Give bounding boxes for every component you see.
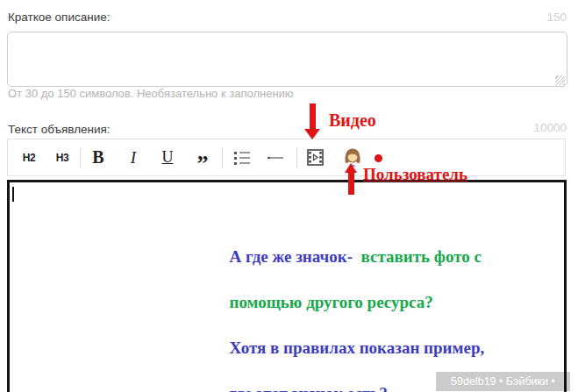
short-description-label: Краткое описание:: [8, 11, 110, 24]
horizontal-rule-icon: [268, 157, 283, 159]
ad-text-editor[interactable]: А где же значок- вставить фото с помощью…: [7, 180, 567, 392]
bullet-list-icon: [234, 151, 250, 165]
formatting-toolbar: H2 H3 B I U ”: [7, 139, 566, 176]
video-annotation-label: Видео: [329, 110, 376, 131]
heading2-button[interactable]: H2: [17, 139, 41, 175]
ad-text-label: Текст объявления:: [8, 123, 111, 136]
editor-text-block: А где же значок- вставить фото с помощью…: [204, 223, 503, 392]
short-description-input[interactable]: [7, 32, 567, 87]
editor-text-line: А где же значок-: [230, 247, 353, 266]
short-description-counter: 150: [546, 11, 567, 24]
ad-text-counter: 10000: [533, 121, 567, 134]
short-description-hint: От 30 до 150 символов. Необязательно к з…: [8, 87, 294, 100]
toolbar-separator: [222, 147, 223, 168]
heading3-button[interactable]: H3: [50, 139, 75, 175]
video-icon: [307, 149, 324, 166]
video-annotation-arrow: [310, 103, 316, 130]
page: Краткое описание: 150 От 30 до 150 симво…: [0, 0, 578, 392]
horizontal-rule-button[interactable]: [262, 139, 289, 175]
insert-video-button[interactable]: [302, 139, 328, 175]
text-caret: [12, 187, 14, 202]
quote-button[interactable]: ”: [189, 139, 216, 175]
user-annotation-label: Пользователь: [363, 165, 467, 184]
editor-text-line: Хотя в правилах показан пример,: [230, 339, 485, 357]
editor-text-line: помощью другого ресурса?: [230, 293, 433, 311]
bullet-list-button[interactable]: [229, 139, 255, 175]
underline-button[interactable]: U: [154, 139, 181, 175]
annotation-dot-icon: [375, 154, 382, 162]
video-annotation-arrowhead-icon: [304, 129, 320, 139]
italic-button[interactable]: I: [120, 139, 146, 175]
bold-button[interactable]: B: [85, 139, 111, 175]
resize-handle-icon[interactable]: [555, 75, 565, 85]
editor-text-line: вставить фото с: [353, 247, 482, 266]
toolbar-separator: [296, 147, 297, 168]
editor-text-line: где этот значок есть?: [230, 384, 388, 392]
user-annotation-arrow: [348, 172, 354, 195]
toolbar-separator: [80, 147, 81, 168]
